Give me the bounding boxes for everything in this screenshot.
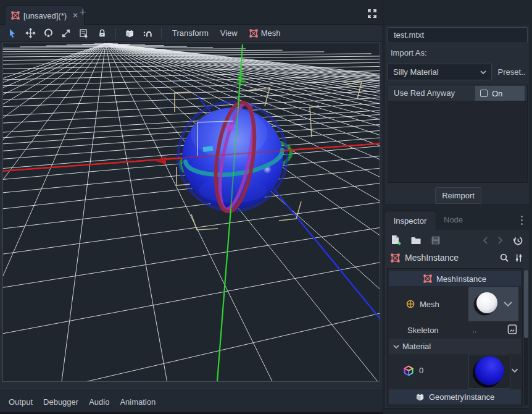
- load-folder-icon[interactable]: [410, 236, 422, 245]
- new-resource-icon[interactable]: [391, 235, 401, 247]
- select-tool-button[interactable]: [5, 27, 20, 40]
- import-filename-field[interactable]: test.mtxt: [388, 27, 528, 43]
- viewport-margin: [0, 42, 383, 391]
- search-icon[interactable]: [499, 253, 509, 263]
- material-resource-picker[interactable]: [468, 355, 510, 389]
- inspector-dock: MeshInstance: [384, 230, 530, 408]
- inspector-scrollbar[interactable]: [524, 269, 528, 405]
- material-slot-label: 0: [419, 366, 423, 375]
- import-as-label: Import As:: [391, 48, 427, 57]
- chevron-down-icon[interactable]: [504, 302, 512, 306]
- option-row: Use Red Anyway On: [388, 85, 527, 101]
- inspector-menu-dots-icon[interactable]: [521, 216, 523, 225]
- rotate-tool-button[interactable]: [41, 27, 56, 40]
- godot-editor-window: [unsaved](*) ✕ + Scene Import: [0, 0, 532, 414]
- bottom-panel-bar: Output Debugger Audio Animation: [0, 391, 383, 412]
- mesh-resource-icon: [405, 299, 415, 309]
- inspector-properties: MeshInstance Mesh: [387, 268, 523, 407]
- object-history-icon[interactable]: [513, 235, 523, 246]
- mesh-instance-icon: [11, 11, 20, 20]
- scene-tab-label: [unsaved](*): [23, 11, 67, 20]
- material-section-header[interactable]: Material: [389, 339, 521, 354]
- mesh-menu-icon: [249, 29, 258, 38]
- view-menu[interactable]: View: [216, 28, 242, 38]
- preset-button[interactable]: Preset..: [495, 64, 528, 80]
- scene-tab[interactable]: [unsaved](*) ✕: [5, 6, 85, 25]
- import-preset-dropdown[interactable]: Silly Material: [388, 64, 492, 80]
- reimport-button[interactable]: Reimport: [435, 187, 481, 204]
- mesh-property-label: Mesh: [420, 300, 439, 309]
- tab-output[interactable]: Output: [9, 397, 33, 407]
- material-thumbnail: [475, 357, 504, 386]
- toolbar-separator: [161, 28, 162, 39]
- mesh-instance-icon: [423, 274, 432, 283]
- option-toggle[interactable]: On: [475, 86, 525, 101]
- tab-audio[interactable]: Audio: [89, 397, 109, 407]
- skeleton-value[interactable]: ..: [472, 325, 476, 334]
- skeleton-property-label: Skeleton: [407, 326, 439, 335]
- class-section-header[interactable]: MeshInstance: [389, 271, 521, 286]
- new-scene-tab-button[interactable]: +: [77, 6, 89, 19]
- right-dock: test.mtxt Import As: Silly Material Pres…: [383, 0, 532, 414]
- lock-icon-button[interactable]: [94, 27, 109, 40]
- chevron-down-icon: [393, 344, 399, 349]
- material-rainbow-cube-icon: [403, 365, 414, 376]
- expand-viewport-icon[interactable]: [365, 7, 379, 20]
- toolbar-separator: [115, 28, 116, 39]
- tab-node[interactable]: Node: [444, 215, 463, 224]
- transform-menu[interactable]: Transform: [168, 28, 213, 38]
- mesh-menu[interactable]: Mesh: [245, 28, 285, 38]
- import-dock: test.mtxt Import As: Silly Material Pres…: [384, 25, 530, 205]
- inspector-object-row: MeshInstance: [384, 250, 530, 266]
- scrollbar-thumb[interactable]: [524, 270, 528, 338]
- chevron-down-icon[interactable]: [511, 368, 518, 373]
- 3d-viewport[interactable]: [2, 43, 380, 382]
- scale-tool-button[interactable]: [59, 27, 73, 40]
- mesh-thumbnail: [476, 292, 497, 313]
- spatial-toolbar: Transform View Mesh: [0, 25, 383, 42]
- viewport-background: [3, 43, 380, 381]
- import-options-panel: Use Red Anyway On: [388, 85, 528, 183]
- inspector-toolbar: [384, 232, 530, 248]
- inspected-object-name: MeshInstance: [405, 253, 494, 263]
- save-icon[interactable]: [431, 235, 441, 245]
- checkbox-icon[interactable]: [480, 90, 488, 97]
- tab-animation[interactable]: Animation: [120, 397, 156, 407]
- history-forward-icon[interactable]: [497, 236, 504, 245]
- option-label: Use Red Anyway: [394, 88, 455, 98]
- cube-mode-icon-button[interactable]: [122, 27, 137, 40]
- geometry-cube-icon: [415, 392, 425, 402]
- list-select-tool-button[interactable]: [77, 27, 91, 40]
- inspector-tools-icon[interactable]: [514, 253, 523, 263]
- geometry-section-header[interactable]: GeometryInstance: [389, 389, 521, 404]
- tab-debugger[interactable]: Debugger: [43, 397, 78, 407]
- chevron-down-icon: [480, 70, 486, 75]
- move-tool-button[interactable]: [23, 27, 38, 40]
- history-back-icon[interactable]: [482, 236, 488, 245]
- plane-handle-magenta[interactable]: [226, 124, 233, 130]
- node-path-icon[interactable]: [507, 323, 518, 336]
- mesh-resource-picker[interactable]: [468, 287, 518, 321]
- snap-magnet-icon-button[interactable]: [140, 27, 155, 40]
- mesh-instance-icon: [391, 253, 400, 263]
- tab-inspector[interactable]: Inspector: [384, 211, 436, 230]
